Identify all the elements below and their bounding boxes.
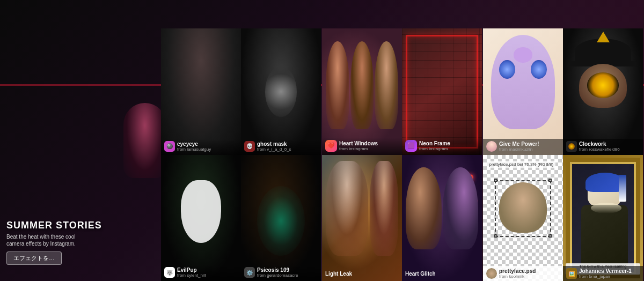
effect-from-ghost: from v_i_a_d_0_s (257, 147, 291, 152)
cell-light-leak[interactable]: Light Leak (322, 155, 402, 282)
panel-weird-scary: 7:32 PM ✈ ▌▌ 📶 12% 🔋 ‹ Weird & Scary 🎱 e… (161, 0, 322, 281)
effect-name-light-leak: Light Leak (325, 271, 352, 277)
effect-from-psicosis: from gerardomasacre (257, 273, 298, 278)
effect-name-ghost: ghost mask (257, 141, 291, 147)
cell-heart-glitch[interactable]: ❤️ ❤️ ❤️ Heart Glitch (402, 155, 482, 282)
effect-from-clockwork: from rosswakefield86 (579, 147, 620, 152)
panel-fandom: 7:30 PM ✈ ▌▌ 📶 12% 🔋 ‹ Fandom (483, 0, 644, 281)
grid-weird: 🎱 eyeyeye from iamusualguy 💀 ghost (161, 28, 321, 281)
panel-instagram: 7:31 PM ✈ ▌▌ 📶 12% 🔋 ‹ Instagram (322, 0, 483, 281)
effect-from-eyeyeye: from iamusualguy (177, 147, 211, 152)
hero-text: SUMMER STORIES Beat the heat with these … (6, 220, 102, 265)
effect-name-heart-glitch: Heart Glitch (405, 271, 436, 277)
cell-prettyface[interactable]: prettyface.psd bei 76.3% (RGB/8) prettyf… (483, 155, 563, 282)
hero-title: SUMMER STORIES (6, 220, 102, 231)
effect-name-vermeer: Johannes Vermeer-1 (579, 268, 632, 274)
effect-name-clockwork: Clockwork (579, 141, 620, 147)
cell-ghost-mask[interactable]: 💀 ghost mask from v_i_a_d_0_s (241, 28, 321, 155)
effect-from-vermeer: from bma_japan (579, 274, 632, 279)
cell-heart-windows[interactable]: ❤️ Heart Windows from instagram (322, 28, 402, 155)
effect-name-psicosis: Psicosis 109 (257, 267, 298, 273)
grid-fandom: Give Me Power! from maximkuzlin (483, 28, 643, 281)
hero-subtitle: Beat the heat with these cool camera eff… (6, 233, 82, 247)
effect-name-neon-frame: Neon Frame (419, 140, 450, 146)
effect-name-eyeyeye: eyeyeye (177, 141, 211, 147)
cell-give-me-power[interactable]: Give Me Power! from maximkuzlin (483, 28, 563, 155)
cell-evilpup[interactable]: 🐺 EvilPup from sylent_hill (161, 155, 241, 282)
effect-name-prettyface: prettyface.psd (499, 268, 536, 274)
effect-name-heart-windows: Heart Windows (339, 140, 378, 146)
hero-button[interactable]: エフェクトを… (6, 252, 62, 265)
cell-psicosis[interactable]: ⚙️ Psicosis 109 from gerardomasacre (241, 155, 321, 282)
effect-from-prettyface: from koolmiik (499, 274, 536, 279)
effect-from-give-me-power: from maximkuzlin (499, 147, 539, 152)
effect-from-evilpup: from sylent_hill (177, 273, 206, 278)
cell-neon-frame[interactable]: 🟪 Neon Frame from instagram (402, 28, 482, 155)
effect-name-give-me-power: Give Me Power! (499, 141, 539, 147)
grid-instagram: ❤️ Heart Windows from instagram 🟪 (322, 28, 482, 281)
effect-name-evilpup: EvilPup (177, 267, 206, 273)
panel-effect-gallery: 9:11 PM ▌▌▌ 🔋 ✕ エフェクトギャラリー Following Ins… (0, 0, 161, 281)
cell-clockwork[interactable]: Clockwork from rosswakefield86 (563, 28, 643, 155)
effect-from-neon-frame: from instagram (419, 146, 450, 151)
effect-from-heart-windows: from instagram (339, 146, 378, 151)
cell-vermeer[interactable]: The Girl with a Pearl EarringJohannes Ve… (563, 155, 643, 282)
cell-eyeyeye[interactable]: 🎱 eyeyeye from iamusualguy (161, 28, 241, 155)
